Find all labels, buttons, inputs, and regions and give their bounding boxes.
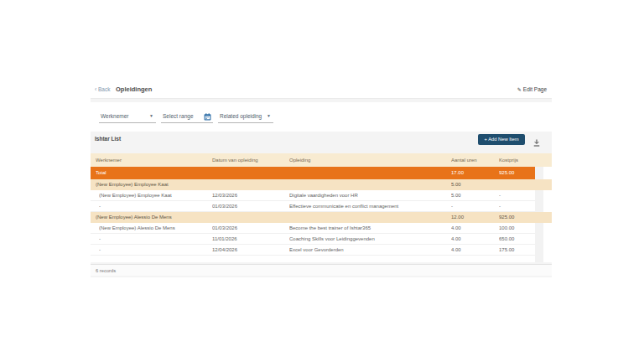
group-kostprijs: 925.00 — [499, 212, 534, 223]
table-total-row[interactable]: Total 17.00 925.00 — [91, 167, 535, 179]
cell-opleiding: Effectieve communicatie en conflict mana… — [289, 201, 444, 212]
table-header-row: Werknemer Datum van opleiding Opleiding … — [91, 153, 552, 167]
column-header-werknemer[interactable]: Werknemer — [96, 153, 209, 167]
cell-datum: 12/03/2026 — [212, 190, 286, 201]
cell-aantal-uren: 5.00 — [451, 190, 495, 201]
group-aantal-uren: 12.00 — [451, 212, 495, 223]
column-header-kostprijs[interactable]: Kostprijs — [499, 153, 534, 167]
opleidingen-page: ‹ Back Opleidingen ✎Edit Page Werknemer … — [91, 80, 552, 277]
total-kostprijs: 925.00 — [499, 167, 534, 179]
top-bar: ‹ Back Opleidingen ✎Edit Page — [91, 80, 552, 99]
pencil-icon: ✎ — [517, 87, 522, 92]
total-aantal-uren: 17.00 — [451, 167, 495, 179]
table-row[interactable]: (New Employee) Employee Kaat12/03/2026Di… — [91, 190, 535, 201]
edit-page-button[interactable]: ✎Edit Page — [517, 80, 547, 99]
table-body: (New Employee) Employee Kaat5.00(New Emp… — [91, 179, 552, 256]
add-new-item-button[interactable]: + Add New Item — [478, 134, 525, 145]
cell-datum: 01/03/2026 — [212, 223, 286, 234]
werknemer-filter-label: Werknemer — [101, 110, 128, 122]
table-row[interactable]: -01/03/2026Effectieve communicatie en co… — [91, 201, 535, 212]
table-row[interactable]: (New Employee) Alessio De Mens01/03/2026… — [91, 223, 535, 234]
opleidingen-table: Werknemer Datum van opleiding Opleiding … — [91, 153, 552, 262]
date-range-filter[interactable]: Select range — [161, 110, 213, 123]
table-footer: 6 records — [91, 264, 552, 276]
cell-werknemer: (New Employee) Alessio De Mens — [99, 223, 209, 234]
cell-aantal-uren: 4.00 — [451, 245, 495, 256]
group-aantal-uren: 5.00 — [451, 179, 495, 190]
cell-kostprijs: 650.00 — [499, 234, 534, 245]
table-row[interactable]: -12/04/2026Excel voor Gevorderden4.00175… — [91, 245, 535, 256]
cell-datum: 12/04/2026 — [212, 245, 286, 256]
table-row[interactable]: -11/01/2026Coaching Skills voor Leidingg… — [91, 234, 535, 245]
cell-kostprijs: 175.00 — [499, 245, 534, 256]
date-range-label: Select range — [163, 110, 194, 122]
record-count: 6 records — [96, 265, 116, 277]
group-row[interactable]: (New Employee) Employee Kaat5.00 — [91, 179, 552, 190]
cell-kostprijs: - — [499, 190, 534, 201]
total-label: Total — [96, 167, 209, 179]
werknemer-filter-select[interactable]: Werknemer ▼ — [99, 110, 156, 123]
cell-werknemer: (New Employee) Employee Kaat — [99, 190, 209, 201]
cell-aantal-uren: - — [451, 201, 495, 212]
back-button[interactable]: ‹ Back — [95, 80, 110, 99]
cell-werknemer: - — [99, 245, 209, 256]
related-opleiding-filter-select[interactable]: Related opleiding ▼ — [218, 110, 273, 123]
column-header-aantal-uren[interactable]: Aantal uren — [451, 153, 495, 167]
page-title: Opleidingen — [116, 80, 152, 99]
edit-page-label: Edit Page — [523, 86, 547, 92]
download-icon[interactable] — [532, 135, 542, 145]
cell-opleiding: Digitale vaardigheden voor HR — [289, 190, 444, 201]
chevron-down-icon: ▼ — [267, 110, 271, 122]
calendar-icon[interactable] — [204, 112, 211, 125]
column-header-datum[interactable]: Datum van opleiding — [212, 153, 286, 167]
group-werknemer: (New Employee) Alessio De Mens — [96, 212, 209, 223]
cell-datum: 01/03/2026 — [212, 201, 286, 212]
cell-datum: 11/01/2026 — [212, 234, 286, 245]
cell-opleiding: Excel voor Gevorderden — [289, 245, 444, 256]
cell-werknemer: - — [99, 234, 209, 245]
cell-kostprijs: - — [499, 201, 534, 212]
group-werknemer: (New Employee) Employee Kaat — [96, 179, 209, 190]
list-title: Ishtar List — [95, 136, 121, 142]
cell-aantal-uren: 4.00 — [451, 234, 495, 245]
cell-opleiding: Become the best trainer of Ishtar365 — [289, 223, 444, 234]
chevron-down-icon: ▼ — [149, 110, 153, 122]
column-header-opleiding[interactable]: Opleiding — [289, 153, 444, 167]
cell-opleiding: Coaching Skills voor Leidinggevenden — [289, 234, 444, 245]
group-row[interactable]: (New Employee) Alessio De Mens12.00925.0… — [91, 212, 552, 223]
cell-kostprijs: 100.00 — [499, 223, 534, 234]
related-opleiding-label: Related opleiding — [220, 110, 262, 122]
filter-bar: Werknemer ▼ Select range Related opleidi… — [91, 102, 552, 132]
cell-werknemer: - — [99, 201, 209, 212]
cell-aantal-uren: 4.00 — [451, 223, 495, 234]
